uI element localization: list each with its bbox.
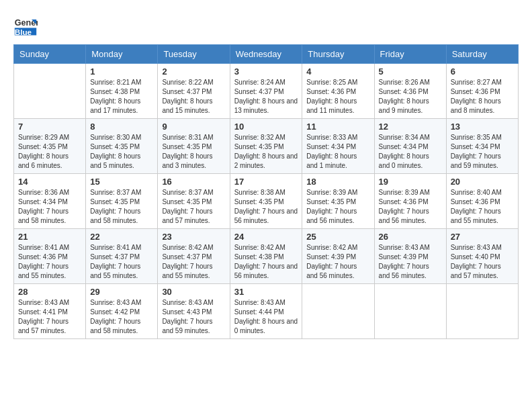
daylight: Daylight: 7 hours and 56 minutes.: [306, 263, 357, 279]
cell-info: Sunrise: 8:35 AMSunset: 4:34 PMDaylight:…: [451, 133, 514, 171]
day-number: 29: [90, 287, 153, 297]
sunset: Sunset: 4:35 PM: [90, 143, 140, 150]
sunrise: Sunrise: 8:25 AM: [306, 79, 357, 86]
calendar-cell: 22Sunrise: 8:41 AMSunset: 4:37 PMDayligh…: [86, 229, 158, 284]
sunrise: Sunrise: 8:43 AM: [379, 244, 430, 251]
calendar-cell: 24Sunrise: 8:42 AMSunset: 4:38 PMDayligh…: [230, 229, 302, 284]
sunrise: Sunrise: 8:29 AM: [18, 134, 69, 141]
calendar-cell: 2Sunrise: 8:22 AMSunset: 4:37 PMDaylight…: [158, 64, 230, 119]
day-number: 20: [451, 177, 514, 187]
sunset: Sunset: 4:36 PM: [306, 88, 356, 95]
sunrise: Sunrise: 8:24 AM: [234, 79, 285, 86]
calendar-cell: 19Sunrise: 8:39 AMSunset: 4:36 PMDayligh…: [374, 174, 446, 229]
cell-info: Sunrise: 8:37 AMSunset: 4:35 PMDaylight:…: [162, 188, 225, 226]
sunset: Sunset: 4:35 PM: [90, 198, 140, 205]
daylight: Daylight: 7 hours and 56 minutes.: [234, 208, 298, 224]
sunrise: Sunrise: 8:43 AM: [162, 299, 213, 306]
daylight: Daylight: 8 hours and 11 minutes.: [306, 97, 357, 114]
daylight: Daylight: 8 hours and 15 minutes.: [162, 97, 212, 114]
cell-info: Sunrise: 8:34 AMSunset: 4:34 PMDaylight:…: [379, 133, 442, 171]
sunrise: Sunrise: 8:43 AM: [234, 299, 285, 306]
calendar-cell: 7Sunrise: 8:29 AMSunset: 4:35 PMDaylight…: [14, 119, 86, 174]
day-number: 1: [90, 66, 153, 77]
header-tuesday: Tuesday: [158, 45, 230, 64]
sunset: Sunset: 4:34 PM: [451, 143, 500, 150]
day-number: 19: [379, 177, 442, 187]
sunset: Sunset: 4:38 PM: [90, 88, 140, 95]
daylight: Daylight: 8 hours and 3 minutes.: [162, 152, 212, 169]
sunrise: Sunrise: 8:43 AM: [90, 299, 141, 306]
calendar-cell: 1Sunrise: 8:21 AMSunset: 4:38 PMDaylight…: [86, 64, 158, 119]
sunset: Sunset: 4:35 PM: [306, 198, 356, 205]
daylight: Daylight: 8 hours and 0 minutes.: [234, 318, 298, 334]
daylight: Daylight: 8 hours and 1 minute.: [306, 152, 357, 169]
daylight: Daylight: 7 hours and 58 minutes.: [90, 318, 140, 334]
calendar-cell: 30Sunrise: 8:43 AMSunset: 4:43 PMDayligh…: [158, 284, 230, 339]
week-row-2: 14Sunrise: 8:36 AMSunset: 4:34 PMDayligh…: [14, 174, 519, 229]
day-number: 7: [18, 122, 81, 132]
daylight: Daylight: 7 hours and 57 minutes.: [162, 208, 212, 224]
calendar-cell: 29Sunrise: 8:43 AMSunset: 4:42 PMDayligh…: [86, 284, 158, 339]
cell-info: Sunrise: 8:32 AMSunset: 4:35 PMDaylight:…: [234, 133, 298, 171]
sunrise: Sunrise: 8:22 AM: [162, 79, 213, 86]
cell-info: Sunrise: 8:43 AMSunset: 4:40 PMDaylight:…: [451, 243, 514, 281]
day-number: 17: [234, 177, 298, 187]
svg-text:Blue: Blue: [15, 28, 32, 36]
sunrise: Sunrise: 8:26 AM: [379, 79, 430, 86]
sunrise: Sunrise: 8:41 AM: [90, 244, 141, 251]
logo-icon: General Blue: [13, 13, 38, 38]
sunrise: Sunrise: 8:39 AM: [379, 189, 430, 196]
cell-info: Sunrise: 8:30 AMSunset: 4:35 PMDaylight:…: [90, 133, 153, 171]
sunrise: Sunrise: 8:21 AM: [90, 79, 141, 86]
sunset: Sunset: 4:35 PM: [234, 198, 284, 205]
daylight: Daylight: 7 hours and 55 minutes.: [162, 263, 212, 279]
day-number: 24: [234, 232, 298, 242]
sunrise: Sunrise: 8:38 AM: [234, 189, 285, 196]
sunset: Sunset: 4:40 PM: [451, 253, 500, 261]
calendar-cell: 18Sunrise: 8:39 AMSunset: 4:35 PMDayligh…: [302, 174, 374, 229]
daylight: Daylight: 7 hours and 57 minutes.: [451, 263, 501, 279]
calendar-cell: 14Sunrise: 8:36 AMSunset: 4:34 PMDayligh…: [14, 174, 86, 229]
daylight: Daylight: 8 hours and 0 minutes.: [379, 152, 429, 169]
calendar-cell: 26Sunrise: 8:43 AMSunset: 4:39 PMDayligh…: [374, 229, 446, 284]
cell-info: Sunrise: 8:22 AMSunset: 4:37 PMDaylight:…: [162, 78, 225, 116]
calendar-cell: 5Sunrise: 8:26 AMSunset: 4:36 PMDaylight…: [374, 64, 446, 119]
calendar-cell: [302, 284, 374, 339]
header: General Blue: [13, 13, 519, 38]
daylight: Daylight: 7 hours and 55 minutes.: [90, 263, 140, 279]
sunset: Sunset: 4:38 PM: [234, 253, 284, 261]
header-thursday: Thursday: [302, 45, 374, 64]
day-number: 28: [18, 287, 81, 297]
daylight: Daylight: 8 hours and 13 minutes.: [234, 97, 298, 114]
calendar-cell: [14, 64, 86, 119]
sunset: Sunset: 4:42 PM: [90, 308, 140, 316]
sunset: Sunset: 4:36 PM: [451, 198, 500, 205]
day-number: 11: [306, 122, 369, 132]
sunrise: Sunrise: 8:43 AM: [18, 299, 69, 306]
daylight: Daylight: 7 hours and 57 minutes.: [18, 318, 69, 334]
calendar-cell: 8Sunrise: 8:30 AMSunset: 4:35 PMDaylight…: [86, 119, 158, 174]
cell-info: Sunrise: 8:42 AMSunset: 4:39 PMDaylight:…: [306, 243, 369, 281]
cell-info: Sunrise: 8:42 AMSunset: 4:38 PMDaylight:…: [234, 243, 298, 281]
calendar-cell: 12Sunrise: 8:34 AMSunset: 4:34 PMDayligh…: [374, 119, 446, 174]
sunrise: Sunrise: 8:37 AM: [162, 189, 213, 196]
cell-info: Sunrise: 8:43 AMSunset: 4:42 PMDaylight:…: [90, 298, 153, 336]
day-number: 10: [234, 122, 298, 132]
day-number: 30: [162, 287, 225, 297]
sunset: Sunset: 4:35 PM: [234, 143, 284, 150]
calendar-header-row: SundayMondayTuesdayWednesdayThursdayFrid…: [14, 45, 519, 64]
sunset: Sunset: 4:37 PM: [234, 88, 284, 95]
day-number: 13: [451, 122, 514, 132]
daylight: Daylight: 7 hours and 58 minutes.: [90, 208, 140, 224]
week-row-1: 7Sunrise: 8:29 AMSunset: 4:35 PMDaylight…: [14, 119, 519, 174]
day-number: 12: [379, 122, 442, 132]
cell-info: Sunrise: 8:39 AMSunset: 4:35 PMDaylight:…: [306, 188, 369, 226]
sunset: Sunset: 4:34 PM: [306, 143, 356, 150]
week-row-3: 21Sunrise: 8:41 AMSunset: 4:36 PMDayligh…: [14, 229, 519, 284]
cell-info: Sunrise: 8:43 AMSunset: 4:44 PMDaylight:…: [234, 298, 298, 336]
calendar-cell: 6Sunrise: 8:27 AMSunset: 4:36 PMDaylight…: [446, 64, 518, 119]
sunset: Sunset: 4:39 PM: [306, 253, 356, 261]
calendar-cell: [374, 284, 446, 339]
day-number: 15: [90, 177, 153, 187]
cell-info: Sunrise: 8:40 AMSunset: 4:36 PMDaylight:…: [451, 188, 514, 226]
